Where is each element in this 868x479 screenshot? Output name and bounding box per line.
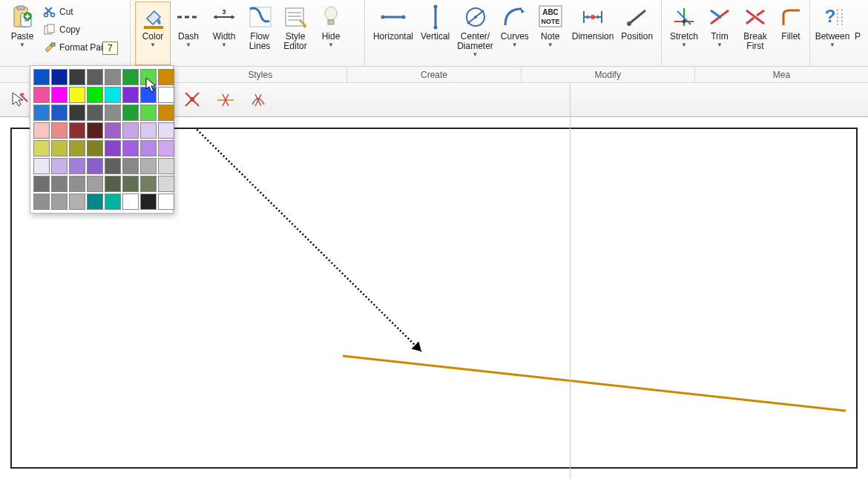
- horizontal-label: Horizontal: [373, 32, 413, 42]
- color-swatch[interactable]: [51, 176, 68, 192]
- horizontal-button[interactable]: Horizontal: [369, 1, 417, 65]
- color-swatch[interactable]: [51, 122, 68, 139]
- position-button[interactable]: Position: [617, 1, 657, 65]
- color-swatch[interactable]: [69, 69, 85, 85]
- color-swatch[interactable]: [122, 105, 139, 121]
- color-swatch[interactable]: [87, 158, 103, 174]
- color-swatch[interactable]: [69, 176, 85, 192]
- color-swatch[interactable]: [87, 87, 103, 103]
- color-button[interactable]: Color ▼: [135, 1, 171, 65]
- color-swatch[interactable]: [122, 140, 139, 156]
- color-swatch[interactable]: [122, 176, 139, 192]
- between-icon: ?: [819, 4, 846, 30]
- format-painter-icon: [43, 41, 56, 54]
- color-swatch[interactable]: [69, 140, 85, 156]
- color-swatch[interactable]: [69, 105, 85, 121]
- color-swatch[interactable]: [122, 158, 139, 174]
- paste-button[interactable]: Paste ▼: [4, 1, 40, 65]
- color-swatch[interactable]: [51, 158, 68, 174]
- fillet-button[interactable]: Fillet: [773, 1, 809, 65]
- color-swatch[interactable]: [158, 122, 174, 139]
- color-swatch[interactable]: [33, 105, 50, 121]
- color-swatch[interactable]: [158, 87, 174, 103]
- break-first-label: Break First: [743, 32, 766, 51]
- color-swatch[interactable]: [87, 122, 103, 139]
- red-select-tool[interactable]: [179, 86, 207, 114]
- color-swatch[interactable]: [87, 105, 103, 121]
- chevron-down-icon: ▼: [681, 42, 687, 48]
- color-swatch[interactable]: [105, 158, 121, 174]
- color-swatch[interactable]: [51, 105, 68, 121]
- color-swatch[interactable]: [33, 140, 50, 156]
- break-first-button[interactable]: Break First: [737, 1, 773, 65]
- gray-select-tool[interactable]: [244, 86, 272, 114]
- dimension-icon: [579, 4, 606, 30]
- stretch-button[interactable]: Stretch ▼: [666, 1, 702, 65]
- color-swatch[interactable]: [158, 69, 174, 85]
- color-swatch[interactable]: [105, 194, 121, 210]
- orange-select-tool[interactable]: [211, 86, 240, 114]
- color-swatch[interactable]: [140, 122, 157, 139]
- group-measure: ? Between ▼ P: [810, 0, 868, 66]
- svg-rect-1: [17, 6, 24, 10]
- color-swatch[interactable]: [33, 176, 50, 192]
- color-swatch[interactable]: [105, 69, 121, 85]
- curves-button[interactable]: Curves ▼: [497, 1, 533, 65]
- color-swatch[interactable]: [140, 140, 157, 156]
- color-swatch[interactable]: [158, 140, 174, 156]
- color-swatch[interactable]: [105, 176, 121, 192]
- vertical-button[interactable]: Vertical: [417, 1, 453, 65]
- color-swatch[interactable]: [87, 176, 103, 192]
- color-swatch[interactable]: [51, 87, 68, 103]
- color-swatch[interactable]: [140, 194, 157, 210]
- color-swatch[interactable]: [105, 122, 121, 139]
- color-swatch[interactable]: [140, 158, 157, 174]
- color-swatch[interactable]: [51, 69, 68, 85]
- color-swatch[interactable]: [158, 105, 174, 121]
- svg-text:NOTE: NOTE: [541, 18, 559, 25]
- color-swatch[interactable]: [122, 122, 139, 139]
- svg-point-28: [474, 16, 477, 19]
- color-swatch[interactable]: [105, 87, 121, 103]
- color-swatch[interactable]: [33, 122, 50, 139]
- chevron-down-icon: ▼: [717, 42, 723, 48]
- color-swatch[interactable]: [51, 194, 68, 210]
- color-swatch[interactable]: [33, 194, 50, 210]
- color-swatch[interactable]: [158, 158, 174, 174]
- note-button[interactable]: ABCNOTE Note ▼: [533, 1, 568, 65]
- color-swatch[interactable]: [33, 69, 50, 85]
- color-swatch[interactable]: [158, 194, 174, 210]
- trim-button[interactable]: Trim ▼: [702, 1, 737, 65]
- select-tool[interactable]: [4, 86, 33, 114]
- color-swatch[interactable]: [140, 176, 157, 192]
- color-swatch[interactable]: [87, 140, 103, 156]
- color-swatch[interactable]: [140, 105, 157, 121]
- color-swatch[interactable]: [69, 194, 85, 210]
- cut-button[interactable]: Cut: [43, 4, 118, 19]
- color-swatch[interactable]: [122, 194, 139, 210]
- flow-lines-button[interactable]: Flow Lines: [242, 1, 277, 65]
- center-diameter-button[interactable]: Center/ Diameter ▼: [453, 1, 497, 65]
- style-editor-button[interactable]: Style Editor: [277, 1, 313, 65]
- color-swatch[interactable]: [69, 158, 85, 174]
- color-swatch[interactable]: [87, 194, 103, 210]
- width-button[interactable]: 3 Width ▼: [206, 1, 242, 65]
- color-swatch[interactable]: [158, 176, 174, 192]
- measure-partial-button[interactable]: P: [850, 1, 865, 65]
- dimension-button[interactable]: Dimension: [568, 1, 618, 65]
- color-swatch[interactable]: [33, 158, 50, 174]
- dash-button[interactable]: Dash ▼: [171, 1, 206, 65]
- color-swatch[interactable]: [33, 87, 50, 103]
- color-swatch[interactable]: [122, 87, 139, 103]
- color-swatch[interactable]: [69, 87, 85, 103]
- copy-button[interactable]: Copy: [43, 22, 118, 37]
- flow-lines-icon: [246, 4, 273, 30]
- color-swatch[interactable]: [105, 140, 121, 156]
- svg-line-45: [757, 10, 764, 16]
- color-swatch[interactable]: [105, 105, 121, 121]
- color-swatch[interactable]: [69, 122, 85, 139]
- color-swatch[interactable]: [51, 140, 68, 156]
- hide-button[interactable]: Hide ▼: [313, 1, 349, 65]
- color-swatch[interactable]: [87, 69, 103, 85]
- color-swatch[interactable]: [122, 69, 139, 85]
